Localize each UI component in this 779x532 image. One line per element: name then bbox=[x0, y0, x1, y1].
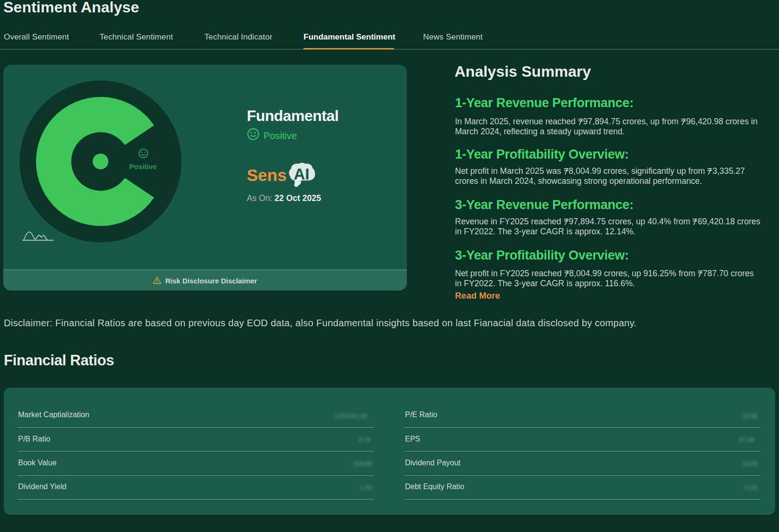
svg-text:AI: AI bbox=[294, 165, 310, 183]
